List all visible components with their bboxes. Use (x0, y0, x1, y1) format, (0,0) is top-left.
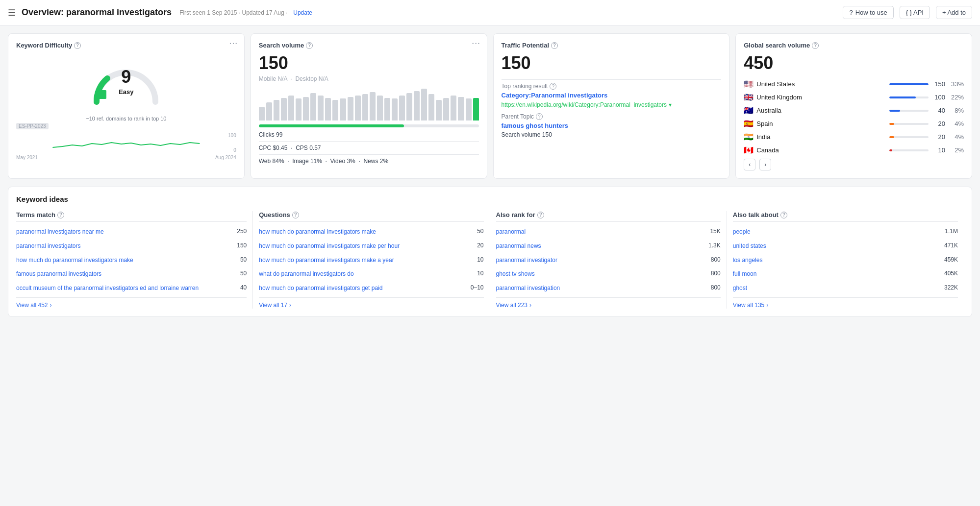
kd-menu-icon[interactable]: ··· (229, 40, 238, 48)
idea-link[interactable]: how much do paranormal investigators mak… (259, 256, 464, 265)
idea-link[interactable]: paranormal news (496, 242, 701, 250)
gsv-country-row: 🇨🇦 Canada 10 2% (744, 145, 964, 155)
kd-title-text: Keyword Difficulty (16, 42, 72, 49)
gsv-country-name: Canada (756, 146, 886, 154)
sv-bar-item (370, 92, 376, 120)
idea-link[interactable]: paranormal investigator (496, 256, 701, 265)
how-to-use-button[interactable]: ? How to use (843, 6, 893, 19)
sv-bar-item (281, 98, 287, 120)
terms-match-header: Terms match ? (16, 211, 247, 222)
idea-link[interactable]: ghost tv shows (496, 270, 701, 278)
gsv-percent: 33% (948, 80, 964, 88)
also-talk-about-help-icon[interactable]: ? (780, 212, 787, 218)
api-button[interactable]: { } API (900, 6, 930, 19)
kd-chart: May 2021 Aug 2024 100 0 (16, 133, 236, 160)
kd-label-left: May 2021 (16, 155, 38, 160)
tp-help-icon[interactable]: ? (551, 42, 558, 49)
main-content: Keyword Difficulty ? ··· 9 Easy ~10 ref.… (0, 25, 980, 325)
traffic-potential-card: Traffic Potential ? 150 Top ranking resu… (493, 33, 730, 179)
also-rank-for-view-all[interactable]: View all 223 › (496, 297, 721, 309)
questions-view-all[interactable]: View all 17 › (259, 297, 483, 309)
idea-link[interactable]: people (733, 228, 938, 236)
gsv-next-button[interactable]: › (759, 159, 771, 170)
questions-column: Questions ? how much do paranormal inves… (253, 211, 490, 309)
idea-link[interactable]: occult museum of the paranormal investig… (16, 284, 227, 292)
sv-bar-item (362, 94, 368, 120)
terms-match-column: Terms match ? paranormal investigators n… (16, 211, 253, 309)
idea-link[interactable]: ghost (733, 284, 938, 292)
add-to-button[interactable]: + Add to (936, 6, 972, 19)
terms-match-chevron: › (50, 302, 52, 309)
idea-link[interactable]: what do paranormal investigators do (259, 270, 464, 278)
idea-link[interactable]: how much do paranormal investigators mak… (259, 228, 464, 236)
gsv-bar-fill (889, 83, 929, 85)
idea-value: 250 (227, 228, 247, 235)
terms-match-view-all[interactable]: View all 452 › (16, 297, 247, 309)
idea-value: 20 (464, 242, 484, 249)
idea-value: 50 (464, 228, 484, 235)
sv-news-val: News 2% (363, 158, 388, 165)
sv-help-icon[interactable]: ? (306, 42, 313, 49)
questions-header: Questions ? (259, 211, 483, 222)
idea-link[interactable]: how much do paranormal investigators mak… (16, 256, 227, 265)
terms-match-help-icon[interactable]: ? (57, 212, 64, 218)
idea-link[interactable]: paranormal investigators (16, 242, 227, 250)
idea-row: how much do paranormal investigators mak… (259, 227, 483, 237)
header-meta: First seen 1 Sep 2015 · Updated 17 Aug · (179, 9, 287, 16)
gsv-bar-wrap (889, 110, 929, 112)
tp-top-ranking-url[interactable]: https://en.wikipedia.org/wiki/Category:P… (502, 101, 667, 108)
also-rank-for-column: Also rank for ? paranormal 15K paranorma… (490, 211, 727, 309)
also-talk-about-view-all[interactable]: View all 135 › (733, 297, 958, 309)
sv-cps-val: CPS 0.57 (296, 145, 321, 151)
gsv-bar-wrap (889, 149, 929, 151)
idea-link[interactable]: how much do paranormal investigators get… (259, 284, 464, 292)
tp-search-volume: Search volume 150 (502, 131, 722, 138)
sv-web-val: Web 84% (259, 158, 284, 165)
gsv-bar-wrap (889, 83, 929, 85)
gsv-value: 40 (931, 107, 945, 114)
sv-bar-item (458, 97, 464, 120)
idea-link[interactable]: paranormal (496, 228, 701, 236)
sv-image-val: Image 11% (292, 158, 322, 165)
idea-row: united states 471K (733, 241, 958, 251)
kd-help-icon[interactable]: ? (74, 42, 81, 49)
idea-link[interactable]: full moon (733, 270, 938, 278)
sv-card-title: Search volume ? (259, 42, 479, 49)
menu-icon[interactable]: ☰ (8, 7, 16, 18)
tp-title-text: Traffic Potential (502, 42, 550, 49)
tp-parent-help-icon[interactable]: ? (536, 113, 543, 120)
questions-help-icon[interactable]: ? (292, 212, 299, 218)
sv-menu-icon[interactable]: ··· (472, 40, 481, 48)
gsv-help-icon[interactable]: ? (812, 42, 819, 49)
gsv-country-name: United States (756, 80, 886, 88)
add-to-label: + Add to (942, 9, 966, 16)
sv-bar-item (266, 102, 272, 120)
sv-divider2 (259, 154, 479, 155)
sv-progress-fill (259, 124, 404, 127)
page-title: Overview: paranormal investigators (22, 7, 172, 18)
gsv-percent: 2% (948, 146, 964, 154)
idea-link[interactable]: united states (733, 242, 938, 250)
gsv-percent: 4% (948, 120, 964, 127)
idea-link[interactable]: famous paranormal investigators (16, 270, 227, 278)
idea-value: 15K (701, 228, 721, 235)
sv-bar-item (428, 94, 434, 120)
gsv-flag: 🇨🇦 (744, 145, 754, 155)
also-talk-about-column: Also talk about ? people 1.1M united sta… (727, 211, 964, 309)
header-actions: ? How to use { } API + Add to (843, 6, 972, 19)
tp-card-title: Traffic Potential ? (502, 42, 722, 49)
gsv-prev-button[interactable]: ‹ (744, 159, 755, 170)
gsv-bar-wrap (889, 96, 929, 98)
tp-top-ranking-link[interactable]: Category:Paranormal investigators (502, 92, 608, 99)
idea-row: what do paranormal investigators do 10 (259, 269, 483, 279)
also-rank-for-help-icon[interactable]: ? (537, 212, 544, 218)
sv-bar-item (392, 98, 398, 120)
idea-link[interactable]: how much do paranormal investigators mak… (259, 242, 464, 250)
update-link[interactable]: Update (293, 9, 312, 16)
tp-parent-topic-link[interactable]: famous ghost hunters (502, 122, 569, 129)
idea-link[interactable]: paranormal investigators near me (16, 228, 227, 236)
sv-bar-item (348, 97, 353, 120)
idea-link[interactable]: los angeles (733, 256, 938, 265)
tp-top-help-icon[interactable]: ? (550, 83, 556, 90)
idea-link[interactable]: paranormal investigation (496, 284, 701, 292)
